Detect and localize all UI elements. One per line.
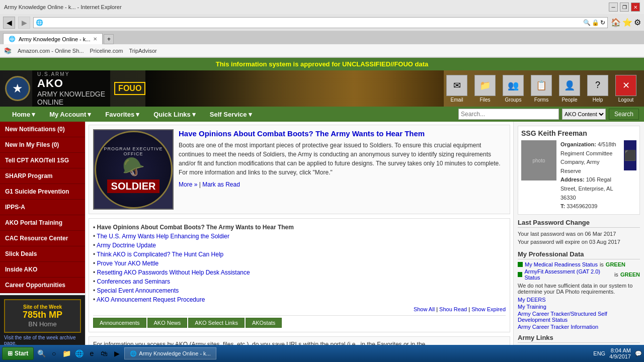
start-button[interactable]: ⊞ Start: [2, 347, 34, 360]
myaccount-chevron-icon: ▾: [88, 111, 91, 118]
search-button[interactable]: Search: [609, 109, 639, 120]
selfservice-chevron-icon: ▾: [249, 111, 252, 118]
medical-readiness-link[interactable]: My Medical Readiness Status: [525, 261, 598, 267]
files-icon-btn[interactable]: 📁 Files: [472, 75, 498, 103]
nav-quicklinks[interactable]: Quick Links ▾: [146, 108, 203, 121]
minimize-button[interactable]: ─: [609, 3, 618, 12]
people-icon-btn[interactable]: 👤 People: [556, 75, 583, 103]
tab-akostats[interactable]: AKOstats: [246, 318, 282, 328]
browser-nav-bar: ◀ ▶ 🌐 https://www.us.army.mil/suite/desi…: [0, 14, 644, 31]
nav-favorites[interactable]: Favorites ▾: [98, 108, 146, 121]
user-avatar: photo: [521, 140, 556, 180]
article-title[interactable]: Have Opinions About Combat Boots? The Ar…: [179, 129, 506, 138]
left-sidebar: New Notifications (0) New In My Files (0…: [0, 122, 86, 362]
security-banner: This information system is approved for …: [0, 58, 644, 70]
tab-ako-news[interactable]: AKO News: [147, 318, 188, 328]
sidebar-slick-deals[interactable]: Slick Deals: [0, 246, 85, 262]
address-bar[interactable]: 🌐 https://www.us.army.mil/suite/designer…: [33, 17, 608, 28]
taskbar-cortana-icon[interactable]: ○: [48, 348, 59, 359]
tab-close-button[interactable]: ✕: [93, 36, 97, 42]
fouo-badge: FOUO: [114, 82, 145, 95]
email-icon-btn[interactable]: ✉ Email: [444, 75, 470, 103]
career-tracker-info-link[interactable]: Army Career Tracker Information: [518, 324, 640, 330]
groups-icon-btn[interactable]: 👥 Groups: [500, 75, 526, 103]
nav-home[interactable]: Home ▾: [5, 108, 42, 121]
title-bar: Army Knowledge Online - k... - Internet …: [0, 0, 644, 14]
sidebar-new-in-files[interactable]: New In My Files (0): [0, 137, 85, 153]
back-button[interactable]: ◀: [3, 17, 15, 29]
tab-announcements[interactable]: Announcements: [93, 318, 146, 328]
list-item: • Conferences and Seminars: [93, 277, 506, 286]
close-button[interactable]: ✕: [631, 3, 640, 12]
taskbar-store-icon[interactable]: 🛍: [99, 348, 110, 359]
url-input[interactable]: https://www.us.army.mil/suite/designer: [45, 20, 581, 26]
clock: 8:04 AM 4/9/2017: [609, 347, 631, 359]
home-icon[interactable]: 🏠: [611, 18, 621, 27]
header-icons: ✉ Email 📁 Files 👥 Groups 📋 Forms 👤 Peopl…: [444, 75, 639, 103]
ann-link-2[interactable]: Think AKO is Complicated? The Hunt Can H…: [97, 251, 223, 258]
taskbar-edge-icon[interactable]: e: [86, 348, 97, 359]
search-icon[interactable]: 🔍: [583, 19, 591, 26]
sidebar-new-notifications[interactable]: New Notifications (0): [0, 122, 85, 137]
ann-link-5[interactable]: Conferences and Seminars: [97, 278, 170, 285]
search-type-select[interactable]: AKO Content: [562, 109, 606, 120]
sidebar-sharp[interactable]: SHARP Program: [0, 168, 85, 184]
sidebar-ipps-a[interactable]: IPPS-A: [0, 200, 85, 215]
sidebar-inside-ako[interactable]: Inside AKO: [0, 262, 85, 278]
ann-tabs: Announcements AKO News AKO Select Links …: [93, 315, 506, 328]
taskbar-media-icon[interactable]: ▶: [111, 348, 122, 359]
logout-icon-btn[interactable]: ✕ Logout: [613, 75, 639, 103]
career-tracker-link[interactable]: Army Career Tracker/Structured Self Deve…: [518, 311, 640, 323]
bookmark-tripadvisor[interactable]: TripAdvisor: [129, 48, 156, 54]
my-training-link[interactable]: My Training: [518, 304, 640, 310]
my-deers-link[interactable]: My DEERS: [518, 297, 640, 303]
nav-selfservice[interactable]: Self Service ▾: [203, 108, 259, 121]
bookmark-priceline[interactable]: Priceline.com: [90, 48, 123, 54]
ann-link-6[interactable]: Special Event Announcements: [97, 287, 179, 294]
taskbar-ie-icon[interactable]: 🌐: [73, 348, 85, 359]
active-tab[interactable]: 🌐 Army Knowledge Online - k... ✕: [3, 33, 103, 44]
window-controls[interactable]: ─ ❐ ✕: [609, 3, 640, 12]
notification-icon[interactable]: 💬: [635, 350, 642, 357]
show-read-link[interactable]: Shou Read: [439, 306, 467, 312]
show-all-link[interactable]: Show All: [414, 306, 435, 312]
sidebar-career[interactable]: Career Opportunities: [0, 278, 85, 293]
sidebar-ako-portal-training[interactable]: AKO Portal Training: [0, 215, 85, 231]
forms-icon-btn[interactable]: 📋 Forms: [528, 75, 554, 103]
refresh-icon[interactable]: ↻: [600, 19, 605, 26]
ann-link-0[interactable]: The U.S. Army Wants Help Enhancing the S…: [97, 233, 229, 240]
restore-button[interactable]: ❐: [620, 3, 629, 12]
more-link[interactable]: More »: [179, 181, 197, 188]
taskbar-file-icon[interactable]: 📁: [61, 348, 72, 359]
tab-bar: 🌐 Army Knowledge Online - k... ✕ +: [0, 31, 644, 44]
ann-link-7[interactable]: AKO Announcement Request Procedure: [97, 296, 205, 303]
new-tab-button[interactable]: +: [104, 34, 114, 44]
help-icon-btn[interactable]: ? Help: [585, 75, 611, 103]
sidebar-g1-suicide[interactable]: G1 Suicide Prevention: [0, 184, 85, 200]
taskbar-app-item[interactable]: 🌐 Army Knowledge Online - k...: [124, 347, 216, 359]
favorites-icon[interactable]: ⭐: [622, 18, 632, 27]
site-archive-link[interactable]: Visit the site of the week archive page.: [4, 335, 81, 346]
bookmark-amazon[interactable]: Amazon.com - Online Sh...: [18, 48, 84, 54]
ann-link-4[interactable]: Resetting AKO Passwords Without Help Des…: [97, 269, 250, 276]
pro-data-section-title: My Professional Data: [518, 250, 640, 259]
forward-button[interactable]: ▶: [18, 17, 30, 29]
armyfit-link[interactable]: ArmyFit Assessment (GAT 2.0) Status: [524, 268, 612, 281]
mark-read-link[interactable]: Mark as Read: [202, 181, 240, 188]
settings-icon[interactable]: ⚙: [634, 18, 641, 27]
window-title: Army Knowledge Online - k... - Internet …: [4, 4, 122, 10]
show-expired-link[interactable]: Show Expired: [471, 306, 506, 312]
tab-ako-select-links[interactable]: AKO Select Links: [188, 318, 245, 328]
sidebar-tell-cpt[interactable]: Tell CPT AKO/Tell 1SG: [0, 153, 85, 168]
list-item: • The U.S. Army Wants Help Enhancing the…: [93, 232, 506, 241]
medical-status-value: GREEN: [606, 261, 625, 267]
peo-badge: PROGRAM EXECUTIVE OFFICE 🪖 SOLDIER: [95, 131, 173, 209]
sidebar-cac[interactable]: CAC Resource Center: [0, 231, 85, 246]
taskbar-search-icon[interactable]: 🔍: [36, 348, 47, 359]
search-input[interactable]: [458, 109, 559, 120]
nav-myaccount[interactable]: My Account ▾: [42, 108, 98, 121]
ann-link-3[interactable]: Prove Your AKO Mettle: [97, 260, 159, 267]
right-sidebar: SSG Keith Freeman photo Organization: 4/…: [513, 122, 644, 362]
announcements-list: • Have Opinions About Combat Boots? The …: [89, 218, 510, 332]
ann-link-1[interactable]: Army Doctrine Update: [97, 242, 156, 249]
